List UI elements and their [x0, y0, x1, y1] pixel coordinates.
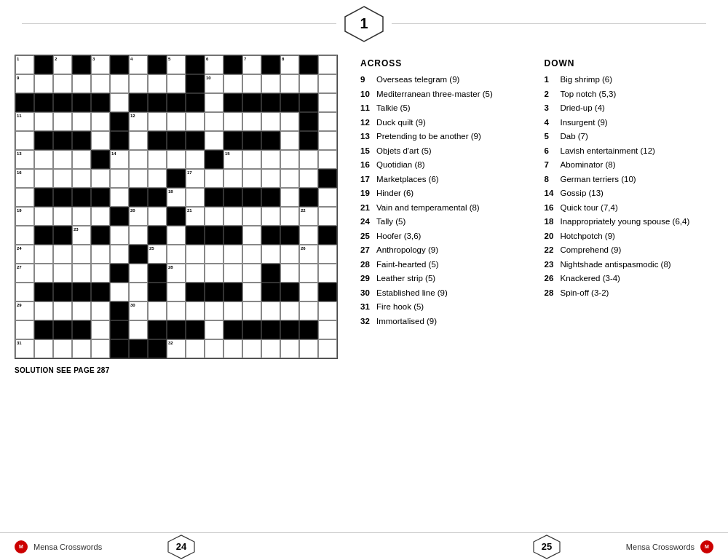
clue-text: German terriers (10) [561, 174, 714, 186]
clue-item: 2Top notch (5,3) [545, 89, 714, 100]
clue-text: Faint-hearted (5) [376, 259, 530, 271]
clue-item: 16Quotidian (8) [360, 159, 530, 171]
clue-number: 9 [360, 74, 376, 86]
clue-number: 10 [360, 89, 376, 100]
clues-panel: ACROSS 9Overseas telegram (9)10Mediterra… [360, 51, 713, 524]
clue-text: Anthropology (9) [376, 245, 530, 256]
clue-number: 4 [545, 117, 561, 129]
grid-row-3 [15, 93, 337, 112]
grid-row-5 [15, 131, 337, 150]
clue-number: 26 [545, 273, 561, 285]
clue-number: 23 [545, 259, 561, 271]
mensa-logo-right: M [700, 540, 713, 553]
down-title: DOWN [545, 58, 714, 68]
clue-text: Immortalised (9) [376, 316, 530, 328]
clue-number: 21 [360, 202, 376, 214]
clue-item: 8German terriers (10) [545, 174, 714, 186]
clue-number: 30 [360, 288, 376, 299]
clue-item: 17Marketplaces (6) [360, 174, 530, 186]
grid-row-13 [15, 283, 337, 301]
clue-number: 20 [545, 231, 561, 242]
clue-item: 32Immortalised (9) [360, 316, 530, 328]
clue-number: 8 [545, 174, 561, 186]
clue-item: 16Quick tour (7,4) [545, 202, 714, 214]
clue-item: 7Abominator (8) [545, 159, 714, 171]
grid-row-7: 16 17 [15, 169, 337, 188]
footer-page-left: 24 [167, 535, 195, 559]
clue-item: 9Overseas telegram (9) [360, 74, 530, 86]
clue-number: 31 [360, 301, 376, 313]
clue-number: 13 [360, 131, 376, 143]
clue-item: 15Objets d'art (5) [360, 146, 530, 157]
clue-number: 24 [360, 216, 376, 228]
clue-text: Quick tour (7,4) [561, 202, 714, 214]
clue-number: 22 [545, 245, 561, 256]
clue-number: 32 [360, 316, 376, 328]
grid-row-15 [15, 320, 337, 339]
footer-page-right: 25 [533, 535, 561, 559]
clue-number: 2 [545, 89, 561, 100]
down-clues: DOWN 1Big shrimp (6)2Top notch (5,3)3Dri… [545, 58, 714, 524]
grid-row-8: 18 [15, 188, 337, 207]
clue-number: 28 [545, 288, 561, 299]
clue-text: Spin-off (3-2) [561, 288, 714, 299]
footer-left-brand: Mensa Crosswords [33, 543, 102, 551]
clue-text: Quotidian (8) [376, 159, 530, 171]
clue-item: 24Tally (5) [360, 216, 530, 228]
clue-item: 28Spin-off (3-2) [545, 288, 714, 299]
grid-row-6: 13 14 15 [15, 150, 337, 169]
across-clues-list: 9Overseas telegram (9)10Mediterranean th… [360, 74, 530, 327]
solution-note: SOLUTION SEE PAGE 287 [15, 366, 349, 374]
crossword-section: 1 2 3 4 5 6 7 8 9 [15, 51, 349, 524]
clue-item: 14Gossip (13) [545, 188, 714, 200]
clue-item: 22Comprehend (9) [545, 245, 714, 256]
clue-text: Fire hook (5) [376, 301, 530, 313]
clue-item: 29Leather strip (5) [360, 273, 530, 285]
clue-item: 10Mediterranean three-master (5) [360, 89, 530, 100]
clue-item: 1Big shrimp (6) [545, 74, 714, 86]
clue-item: 11Talkie (5) [360, 103, 530, 114]
clue-item: 3Dried-up (4) [545, 103, 714, 114]
clue-item: 20Hotchpotch (9) [545, 231, 714, 242]
clue-number: 5 [545, 131, 561, 143]
clue-text: Gossip (13) [561, 188, 714, 200]
clue-item: 12Duck quilt (9) [360, 117, 530, 129]
clue-item: 18Inappropriately young spouse (6,4) [545, 216, 714, 228]
clue-text: Dried-up (4) [561, 103, 714, 114]
grid-row-11: 24 25 26 [15, 245, 337, 264]
clue-item: 27Anthropology (9) [360, 245, 530, 256]
clue-number: 19 [360, 188, 376, 200]
clue-text: Nightshade antispasmodic (8) [561, 259, 714, 271]
footer-page-num-right: 25 [542, 541, 552, 552]
clue-number: 1 [545, 74, 561, 86]
clue-number: 16 [360, 159, 376, 171]
grid-row-16: 31 32 [15, 339, 337, 358]
grid-row-4: 11 12 [15, 112, 337, 131]
clue-number: 25 [360, 231, 376, 242]
grid-row-2: 9 10 [15, 74, 337, 93]
clue-text: Vain and temperamental (8) [376, 202, 530, 214]
clue-text: Tally (5) [376, 216, 530, 228]
clue-text: Marketplaces (6) [376, 174, 530, 186]
grid-row-1: 1 2 3 4 5 6 7 8 [15, 55, 337, 74]
clue-item: 4Insurgent (9) [545, 117, 714, 129]
clue-item: 23Nightshade antispasmodic (8) [545, 259, 714, 271]
clue-number: 17 [360, 174, 376, 186]
mensa-logo-left: M [15, 540, 28, 553]
clue-number: 16 [545, 202, 561, 214]
puzzle-number-hex: 1 [344, 5, 384, 43]
across-title: ACROSS [360, 58, 530, 68]
clue-number: 18 [545, 216, 561, 228]
clue-item: 5Dab (7) [545, 131, 714, 143]
clue-text: Leather strip (5) [376, 273, 530, 285]
clue-text: Hoofer (3,6) [376, 231, 530, 242]
puzzle-number: 1 [360, 15, 368, 32]
across-clues: ACROSS 9Overseas telegram (9)10Mediterra… [360, 58, 530, 524]
clue-text: Talkie (5) [376, 103, 530, 114]
crossword-grid: 1 2 3 4 5 6 7 8 9 [15, 55, 338, 359]
clue-text: Big shrimp (6) [561, 74, 714, 86]
clue-text: Comprehend (9) [561, 245, 714, 256]
clue-text: Dab (7) [561, 131, 714, 143]
clue-number: 15 [360, 146, 376, 157]
grid-row-10: 23 [15, 226, 337, 245]
